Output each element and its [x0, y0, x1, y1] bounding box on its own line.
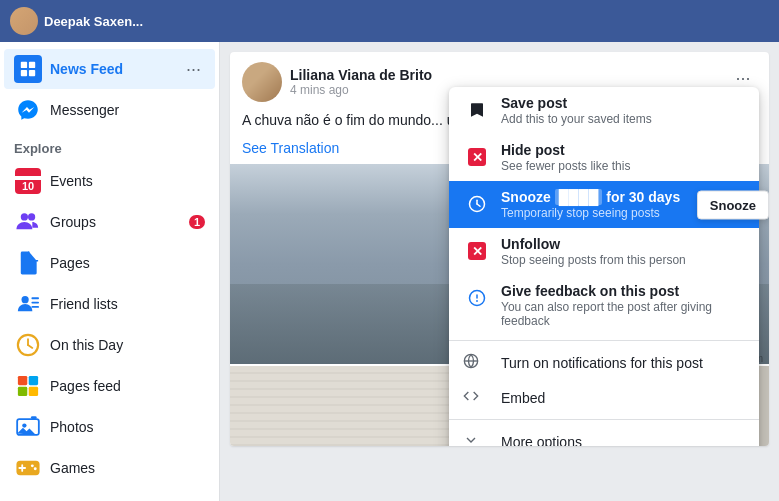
groups-label: Groups — [50, 214, 189, 230]
feedback-icon — [463, 284, 491, 312]
menu-item-unfollow[interactable]: ✕ Unfollow Stop seeing posts from this p… — [449, 228, 759, 275]
sidebar-item-games[interactable]: Games — [4, 448, 215, 488]
events-label: Events — [50, 173, 205, 189]
sidebar: News Feed ··· Messenger Explore 10 Event… — [0, 42, 220, 501]
svg-rect-2 — [21, 70, 27, 76]
hide-icon: ✕ — [463, 143, 491, 171]
groups-icon — [14, 208, 42, 236]
svg-point-34 — [476, 300, 478, 302]
photos-icon — [14, 413, 42, 441]
menu-item-embed[interactable]: Embed — [449, 380, 759, 415]
menu-item-more-options[interactable]: More options — [449, 424, 759, 446]
svg-rect-15 — [18, 387, 27, 396]
save-post-content: Save post Add this to your saved items — [501, 95, 745, 126]
friend-lists-label: Friend lists — [50, 296, 205, 312]
on-this-day-label: On this Day — [50, 337, 205, 353]
svg-line-31 — [477, 204, 480, 206]
friend-lists-icon — [14, 290, 42, 318]
games-label: Games — [50, 460, 205, 476]
unfollow-content: Unfollow Stop seeing posts from this per… — [501, 236, 745, 267]
sidebar-item-on-this-day[interactable]: On this Day — [4, 325, 215, 365]
post-dropdown-menu: Save post Add this to your saved items ✕… — [449, 87, 759, 446]
chevron-down-icon — [463, 432, 491, 446]
snooze-icon — [463, 190, 491, 218]
pages-feed-label: Pages feed — [50, 378, 205, 394]
hide-post-subtitle: See fewer posts like this — [501, 159, 745, 173]
events-badge-num: 10 — [22, 181, 34, 194]
save-post-title: Save post — [501, 95, 745, 111]
unfollow-icon: ✕ — [463, 237, 491, 265]
topbar: Deepak Saxen... — [0, 0, 779, 42]
sidebar-item-news-feed[interactable]: News Feed ··· — [4, 49, 215, 89]
menu-item-hide-post[interactable]: ✕ Hide post See fewer posts like this — [449, 134, 759, 181]
globe-icon — [463, 353, 491, 372]
svg-line-12 — [28, 345, 32, 348]
bookmark-icon — [463, 96, 491, 124]
svg-point-4 — [21, 213, 28, 220]
embed-label: Embed — [501, 390, 545, 406]
sidebar-item-groups[interactable]: Groups 1 — [4, 202, 215, 242]
svg-rect-14 — [29, 376, 38, 385]
sidebar-item-pages-feed[interactable]: Pages feed — [4, 366, 215, 406]
post-wrapper: Liliana Viana de Brito 4 mins ago ··· A … — [220, 52, 779, 446]
unfollow-subtitle: Stop seeing posts from this person — [501, 253, 745, 267]
unfollow-title: Unfollow — [501, 236, 745, 252]
hide-post-content: Hide post See fewer posts like this — [501, 142, 745, 173]
sidebar-item-find-friends[interactable]: Find Friends — [4, 489, 215, 501]
content-area: Liliana Viana de Brito 4 mins ago ··· A … — [220, 42, 779, 501]
topbar-user[interactable]: Deepak Saxen... — [10, 7, 143, 35]
menu-item-snooze[interactable]: Snooze ████ for 30 days Temporarily stop… — [449, 181, 759, 228]
sidebar-item-pages[interactable]: Pages — [4, 243, 215, 283]
pages-label: Pages — [50, 255, 205, 271]
find-friends-icon — [14, 495, 42, 501]
photos-label: Photos — [50, 419, 205, 435]
feedback-content: Give feedback on this post You can also … — [501, 283, 745, 328]
feedback-title: Give feedback on this post — [501, 283, 745, 299]
messenger-label: Messenger — [50, 102, 205, 118]
pages-feed-icon — [14, 372, 42, 400]
topbar-username: Deepak Saxen... — [44, 14, 143, 29]
svg-point-18 — [22, 423, 26, 427]
svg-point-6 — [22, 296, 29, 303]
svg-point-24 — [34, 467, 37, 470]
code-icon — [463, 388, 491, 407]
news-feed-icon — [14, 55, 42, 83]
save-post-subtitle: Add this to your saved items — [501, 112, 745, 126]
sidebar-item-friend-lists[interactable]: Friend lists — [4, 284, 215, 324]
svg-rect-1 — [29, 62, 35, 68]
svg-point-5 — [28, 213, 35, 220]
menu-divider-2 — [449, 419, 759, 420]
notifications-label: Turn on notifications for this post — [501, 355, 703, 371]
messenger-icon — [14, 96, 42, 124]
feedback-subtitle: You can also report the post after givin… — [501, 300, 745, 328]
sidebar-item-messenger[interactable]: Messenger — [4, 90, 215, 130]
post-card: Liliana Viana de Brito 4 mins ago ··· A … — [230, 52, 769, 446]
sidebar-item-photos[interactable]: Photos — [4, 407, 215, 447]
post-author: Liliana Viana de Brito — [290, 67, 432, 83]
menu-item-notifications[interactable]: Turn on notifications for this post — [449, 345, 759, 380]
post-avatar — [242, 62, 282, 102]
news-feed-menu[interactable]: ··· — [182, 57, 205, 82]
svg-rect-16 — [29, 387, 38, 396]
main-layout: News Feed ··· Messenger Explore 10 Event… — [0, 42, 779, 501]
menu-divider-1 — [449, 340, 759, 341]
svg-rect-13 — [18, 376, 27, 385]
svg-rect-19 — [31, 416, 37, 419]
news-feed-label: News Feed — [50, 61, 182, 77]
svg-rect-3 — [29, 70, 35, 76]
avatar — [10, 7, 38, 35]
games-icon — [14, 454, 42, 482]
snooze-tooltip: Snooze — [697, 190, 769, 219]
menu-item-save-post[interactable]: Save post Add this to your saved items — [449, 87, 759, 134]
hide-post-title: Hide post — [501, 142, 745, 158]
svg-point-23 — [31, 464, 34, 467]
sidebar-item-events[interactable]: 10 Events — [4, 161, 215, 201]
post-time: 4 mins ago — [290, 83, 432, 97]
more-options-label: More options — [501, 434, 582, 447]
svg-rect-0 — [21, 62, 27, 68]
menu-item-feedback[interactable]: Give feedback on this post You can also … — [449, 275, 759, 336]
explore-title: Explore — [0, 131, 219, 160]
groups-badge: 1 — [189, 215, 205, 229]
pages-icon — [14, 249, 42, 277]
events-icon: 10 — [14, 167, 42, 195]
